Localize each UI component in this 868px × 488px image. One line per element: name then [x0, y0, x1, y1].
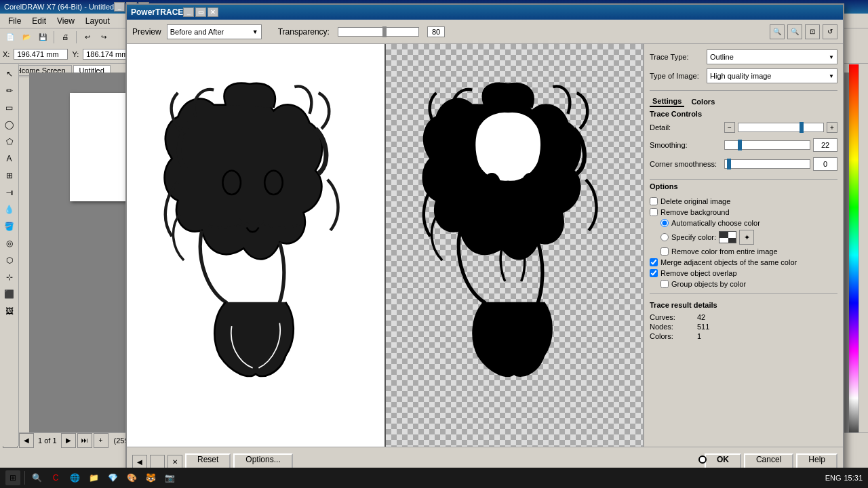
bitmaps-tool[interactable]: 🖼	[1, 303, 18, 319]
blend-tool[interactable]: ⊹	[1, 269, 18, 285]
menu-edit[interactable]: Edit	[26, 15, 52, 27]
taskbar-app1[interactable]: 💎	[105, 470, 120, 485]
specify-color-radio[interactable]	[660, 233, 669, 241]
merge-adjacent-checkbox[interactable]	[650, 258, 658, 266]
group-by-color-checkbox[interactable]	[660, 280, 669, 288]
undo-button[interactable]: ↩	[80, 30, 95, 45]
taskbar-right: ENG 15:31	[820, 474, 868, 482]
page-prev[interactable]: ◀	[19, 433, 34, 448]
fit-page-btn[interactable]: ⊡	[805, 24, 820, 39]
remove-color-entire-checkbox[interactable]	[660, 247, 669, 256]
outline-tool[interactable]: ◎	[1, 235, 18, 251]
svg-point-2	[484, 174, 500, 194]
transparency-thumb	[382, 26, 387, 37]
smoothing-slider-track[interactable]	[724, 140, 810, 150]
merge-adjacent-label: Merge adjacent objects of the same color	[660, 258, 797, 266]
taskbar-app2[interactable]: 🎨	[124, 470, 139, 485]
preview-label: Preview	[132, 27, 161, 37]
colors-tab[interactable]: Colors	[688, 97, 717, 106]
smoothing-slider-thumb	[738, 140, 742, 150]
dialog-maximize[interactable]: ▭	[195, 7, 206, 17]
taskbar-files[interactable]: 📁	[86, 470, 101, 485]
smoothing-value[interactable]: 22	[813, 138, 837, 152]
preview-area	[127, 44, 643, 447]
taskbar-browser[interactable]: 🌐	[67, 470, 82, 485]
taskbar-lang: ENG	[825, 474, 842, 482]
freehand-tool[interactable]: ✏	[1, 83, 18, 99]
preview-after	[386, 44, 644, 447]
dialog-close[interactable]: ✕	[208, 7, 218, 17]
taskbar-app3[interactable]: 🐯	[143, 470, 158, 485]
remove-color-entire-row: Remove color from entire image	[660, 247, 837, 256]
redo-button[interactable]: ↪	[96, 30, 111, 45]
table-tool[interactable]: ⊞	[1, 167, 18, 184]
detail-minus[interactable]: −	[724, 122, 735, 133]
powertrace-dialog: PowerTRACE _ ▭ ✕ Preview Before and Afte…	[125, 3, 844, 478]
parallel-tool[interactable]: ⫣	[1, 184, 18, 201]
rectangle-tool[interactable]: ▭	[1, 100, 18, 116]
trace-controls-label: Trace Controls	[650, 110, 837, 118]
start-button[interactable]: ⊞	[5, 470, 20, 485]
colors-label: Colors:	[650, 332, 697, 340]
auto-color-radio[interactable]	[660, 219, 669, 227]
settings-tab[interactable]: Settings	[650, 96, 684, 107]
remove-color-entire-label: Remove color from entire image	[671, 247, 778, 256]
trace-type-dropdown[interactable]: Outline ▼	[707, 49, 837, 64]
eyedropper-tool[interactable]: 💧	[1, 201, 18, 218]
page-last[interactable]: ⏭	[77, 433, 92, 448]
remove-overlap-row: Remove object overlap	[650, 269, 837, 277]
detail-slider-track[interactable]	[738, 123, 824, 132]
color-palette[interactable]	[849, 64, 859, 446]
extrude-tool[interactable]: ⬛	[1, 286, 18, 302]
text-tool[interactable]: A	[1, 150, 18, 167]
page-add[interactable]: +	[94, 433, 108, 448]
corner-smoothness-value[interactable]: 0	[813, 157, 837, 171]
fill-tool[interactable]: 🪣	[1, 218, 18, 235]
menu-layout[interactable]: Layout	[80, 15, 115, 27]
type-of-image-value: High quality image	[710, 72, 772, 80]
taskbar-time: 15:31	[844, 474, 863, 482]
remove-background-checkbox[interactable]	[650, 208, 658, 216]
rotate-btn[interactable]: ↺	[823, 24, 837, 39]
connect-tool[interactable]: ⬡	[1, 252, 18, 268]
settings-colors-tabs: Settings Colors	[650, 96, 837, 107]
remove-overlap-checkbox[interactable]	[650, 269, 658, 277]
corner-smoothness-thumb	[727, 159, 731, 169]
delete-original-checkbox[interactable]	[650, 197, 658, 205]
type-of-image-dropdown[interactable]: High quality image ▼	[707, 68, 837, 83]
app-title: CorelDRAW X7 (64-Bit) - Untitled	[4, 3, 114, 11]
menu-file[interactable]: File	[3, 15, 26, 27]
minimize-button[interactable]: _	[114, 2, 125, 12]
transparency-slider[interactable]	[338, 27, 419, 37]
preview-controls: 🔍 🔍 ⊡ ↺	[770, 24, 837, 39]
color-swatch[interactable]	[719, 231, 736, 243]
menu-view[interactable]: View	[52, 15, 80, 27]
save-button[interactable]: 💾	[35, 30, 50, 45]
nodes-value: 511	[697, 323, 709, 331]
taskbar-coreldraw[interactable]: C	[48, 470, 63, 485]
toolbar-separator-1	[54, 31, 54, 43]
trace-type-value: Outline	[710, 53, 734, 61]
print-button[interactable]: 🖨	[58, 30, 73, 45]
pointer-tool[interactable]: ↖	[1, 66, 18, 82]
page-next[interactable]: ▶	[61, 433, 76, 448]
taskbar-search[interactable]: 🔍	[29, 470, 44, 485]
preview-dropdown[interactable]: Before and After ▼	[167, 24, 262, 39]
page-indicator: 1 of 1	[35, 436, 60, 445]
open-button[interactable]: 📂	[19, 30, 34, 45]
remove-overlap-label: Remove object overlap	[660, 269, 737, 277]
dialog-minimize[interactable]: _	[183, 7, 194, 17]
colors-value: 1	[697, 332, 701, 340]
zoom-in-btn[interactable]: 🔍	[770, 24, 785, 39]
ellipse-tool[interactable]: ◯	[1, 117, 18, 133]
trace-type-arrow: ▼	[829, 54, 834, 60]
zoom-out-btn[interactable]: 🔍	[787, 24, 802, 39]
polygon-tool[interactable]: ⬠	[1, 134, 18, 150]
eyedropper-button[interactable]: ✦	[739, 230, 754, 245]
detail-row: Detail: − +	[650, 122, 837, 133]
detail-plus[interactable]: +	[827, 122, 837, 133]
group-by-color-label: Group objects by color	[671, 280, 746, 288]
corner-smoothness-track[interactable]	[724, 159, 810, 169]
taskbar-app4[interactable]: 📷	[162, 470, 177, 485]
new-button[interactable]: 📄	[3, 30, 18, 45]
